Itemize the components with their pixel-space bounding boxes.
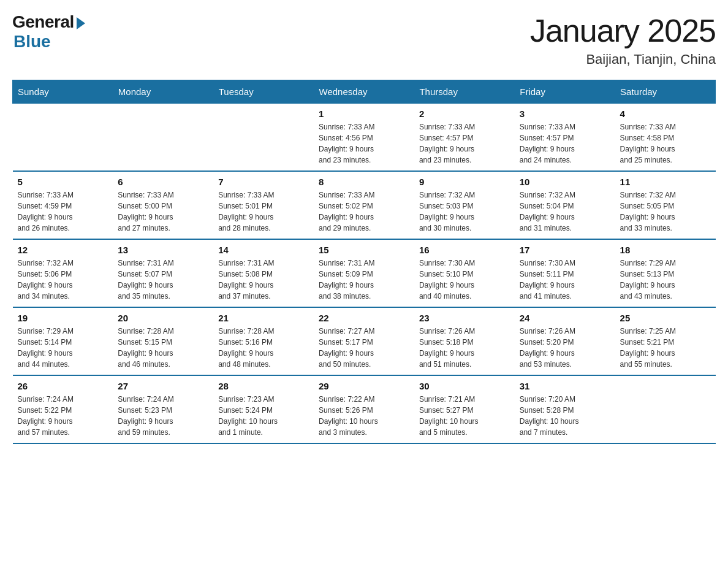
calendar-cell: 5Sunrise: 7:33 AM Sunset: 4:59 PM Daylig… xyxy=(13,171,113,239)
week-row-5: 26Sunrise: 7:24 AM Sunset: 5:22 PM Dayli… xyxy=(13,375,716,443)
calendar-cell: 12Sunrise: 7:32 AM Sunset: 5:06 PM Dayli… xyxy=(13,239,113,307)
day-number: 14 xyxy=(218,245,309,255)
day-info: Sunrise: 7:26 AM Sunset: 5:20 PM Dayligh… xyxy=(520,326,610,370)
calendar-subtitle: Baijian, Tianjin, China xyxy=(530,52,716,67)
day-info: Sunrise: 7:24 AM Sunset: 5:23 PM Dayligh… xyxy=(118,394,208,438)
day-number: 4 xyxy=(620,109,711,119)
calendar-cell: 26Sunrise: 7:24 AM Sunset: 5:22 PM Dayli… xyxy=(13,375,113,443)
column-header-sunday: Sunday xyxy=(13,80,113,104)
calendar-cell: 19Sunrise: 7:29 AM Sunset: 5:14 PM Dayli… xyxy=(13,307,113,375)
day-number: 30 xyxy=(419,381,510,391)
day-number: 9 xyxy=(419,177,510,187)
calendar-cell xyxy=(615,375,716,443)
day-number: 20 xyxy=(118,313,208,323)
column-header-monday: Monday xyxy=(113,80,213,104)
calendar-cell: 7Sunrise: 7:33 AM Sunset: 5:01 PM Daylig… xyxy=(213,171,314,239)
day-number: 23 xyxy=(419,313,510,323)
day-number: 7 xyxy=(218,177,309,187)
day-info: Sunrise: 7:28 AM Sunset: 5:16 PM Dayligh… xyxy=(218,326,309,370)
day-number: 11 xyxy=(620,177,711,187)
day-number: 25 xyxy=(620,313,711,323)
day-number: 22 xyxy=(319,313,409,323)
day-number: 18 xyxy=(620,245,711,255)
day-info: Sunrise: 7:23 AM Sunset: 5:24 PM Dayligh… xyxy=(218,394,309,438)
title-section: January 2025 Baijian, Tianjin, China xyxy=(530,12,716,67)
day-number: 2 xyxy=(419,109,510,119)
calendar-title: January 2025 xyxy=(530,12,716,49)
logo-arrow-icon xyxy=(77,17,85,29)
day-number: 24 xyxy=(520,313,610,323)
calendar-cell: 6Sunrise: 7:33 AM Sunset: 5:00 PM Daylig… xyxy=(113,171,213,239)
calendar-cell: 30Sunrise: 7:21 AM Sunset: 5:27 PM Dayli… xyxy=(414,375,515,443)
day-info: Sunrise: 7:22 AM Sunset: 5:26 PM Dayligh… xyxy=(319,394,409,438)
calendar-cell: 15Sunrise: 7:31 AM Sunset: 5:09 PM Dayli… xyxy=(314,239,414,307)
column-header-saturday: Saturday xyxy=(615,80,716,104)
day-info: Sunrise: 7:20 AM Sunset: 5:28 PM Dayligh… xyxy=(520,394,610,438)
day-number: 1 xyxy=(319,109,409,119)
calendar-header-row: SundayMondayTuesdayWednesdayThursdayFrid… xyxy=(13,80,716,104)
day-number: 12 xyxy=(18,245,108,255)
day-info: Sunrise: 7:30 AM Sunset: 5:10 PM Dayligh… xyxy=(419,258,510,302)
calendar-cell: 31Sunrise: 7:20 AM Sunset: 5:28 PM Dayli… xyxy=(515,375,615,443)
calendar-cell xyxy=(113,104,213,172)
day-number: 8 xyxy=(319,177,409,187)
day-info: Sunrise: 7:33 AM Sunset: 5:02 PM Dayligh… xyxy=(319,190,409,234)
logo-blue-text: Blue xyxy=(13,32,51,52)
logo: General Blue xyxy=(12,12,85,52)
day-number: 26 xyxy=(18,381,108,391)
calendar-cell: 13Sunrise: 7:31 AM Sunset: 5:07 PM Dayli… xyxy=(113,239,213,307)
column-header-friday: Friday xyxy=(515,80,615,104)
calendar-cell: 2Sunrise: 7:33 AM Sunset: 4:57 PM Daylig… xyxy=(414,104,515,172)
page-header: General Blue January 2025 Baijian, Tianj… xyxy=(12,12,716,67)
week-row-3: 12Sunrise: 7:32 AM Sunset: 5:06 PM Dayli… xyxy=(13,239,716,307)
day-info: Sunrise: 7:32 AM Sunset: 5:03 PM Dayligh… xyxy=(419,190,510,234)
calendar-cell: 25Sunrise: 7:25 AM Sunset: 5:21 PM Dayli… xyxy=(615,307,716,375)
day-info: Sunrise: 7:33 AM Sunset: 4:59 PM Dayligh… xyxy=(18,190,108,234)
calendar-cell: 22Sunrise: 7:27 AM Sunset: 5:17 PM Dayli… xyxy=(314,307,414,375)
day-info: Sunrise: 7:30 AM Sunset: 5:11 PM Dayligh… xyxy=(520,258,610,302)
column-header-wednesday: Wednesday xyxy=(314,80,414,104)
calendar-cell: 20Sunrise: 7:28 AM Sunset: 5:15 PM Dayli… xyxy=(113,307,213,375)
day-number: 3 xyxy=(520,109,610,119)
day-number: 27 xyxy=(118,381,208,391)
calendar-cell: 8Sunrise: 7:33 AM Sunset: 5:02 PM Daylig… xyxy=(314,171,414,239)
day-number: 15 xyxy=(319,245,409,255)
day-number: 29 xyxy=(319,381,409,391)
day-info: Sunrise: 7:33 AM Sunset: 5:01 PM Dayligh… xyxy=(218,190,309,234)
calendar-cell: 21Sunrise: 7:28 AM Sunset: 5:16 PM Dayli… xyxy=(213,307,314,375)
week-row-1: 1Sunrise: 7:33 AM Sunset: 4:56 PM Daylig… xyxy=(13,104,716,172)
day-info: Sunrise: 7:33 AM Sunset: 4:57 PM Dayligh… xyxy=(419,121,510,166)
calendar-cell: 29Sunrise: 7:22 AM Sunset: 5:26 PM Dayli… xyxy=(314,375,414,443)
calendar-cell: 14Sunrise: 7:31 AM Sunset: 5:08 PM Dayli… xyxy=(213,239,314,307)
week-row-2: 5Sunrise: 7:33 AM Sunset: 4:59 PM Daylig… xyxy=(13,171,716,239)
column-header-tuesday: Tuesday xyxy=(213,80,314,104)
day-number: 10 xyxy=(520,177,610,187)
column-header-thursday: Thursday xyxy=(414,80,515,104)
day-info: Sunrise: 7:33 AM Sunset: 5:00 PM Dayligh… xyxy=(118,190,208,234)
day-info: Sunrise: 7:25 AM Sunset: 5:21 PM Dayligh… xyxy=(620,326,711,370)
day-info: Sunrise: 7:29 AM Sunset: 5:13 PM Dayligh… xyxy=(620,258,711,302)
day-number: 5 xyxy=(18,177,108,187)
day-number: 21 xyxy=(218,313,309,323)
week-row-4: 19Sunrise: 7:29 AM Sunset: 5:14 PM Dayli… xyxy=(13,307,716,375)
calendar-cell: 9Sunrise: 7:32 AM Sunset: 5:03 PM Daylig… xyxy=(414,171,515,239)
day-info: Sunrise: 7:26 AM Sunset: 5:18 PM Dayligh… xyxy=(419,326,510,370)
day-info: Sunrise: 7:24 AM Sunset: 5:22 PM Dayligh… xyxy=(18,394,108,438)
day-info: Sunrise: 7:32 AM Sunset: 5:04 PM Dayligh… xyxy=(520,190,610,234)
calendar-cell: 27Sunrise: 7:24 AM Sunset: 5:23 PM Dayli… xyxy=(113,375,213,443)
day-info: Sunrise: 7:33 AM Sunset: 4:58 PM Dayligh… xyxy=(620,121,711,166)
day-info: Sunrise: 7:29 AM Sunset: 5:14 PM Dayligh… xyxy=(18,326,108,370)
day-number: 16 xyxy=(419,245,510,255)
calendar-table: SundayMondayTuesdayWednesdayThursdayFrid… xyxy=(12,80,716,444)
day-info: Sunrise: 7:21 AM Sunset: 5:27 PM Dayligh… xyxy=(419,394,510,438)
calendar-cell: 28Sunrise: 7:23 AM Sunset: 5:24 PM Dayli… xyxy=(213,375,314,443)
day-info: Sunrise: 7:32 AM Sunset: 5:06 PM Dayligh… xyxy=(18,258,108,302)
day-info: Sunrise: 7:33 AM Sunset: 4:57 PM Dayligh… xyxy=(520,121,610,166)
day-number: 6 xyxy=(118,177,208,187)
calendar-cell xyxy=(213,104,314,172)
day-info: Sunrise: 7:32 AM Sunset: 5:05 PM Dayligh… xyxy=(620,190,711,234)
day-number: 13 xyxy=(118,245,208,255)
day-info: Sunrise: 7:28 AM Sunset: 5:15 PM Dayligh… xyxy=(118,326,208,370)
calendar-cell: 3Sunrise: 7:33 AM Sunset: 4:57 PM Daylig… xyxy=(515,104,615,172)
day-number: 31 xyxy=(520,381,610,391)
